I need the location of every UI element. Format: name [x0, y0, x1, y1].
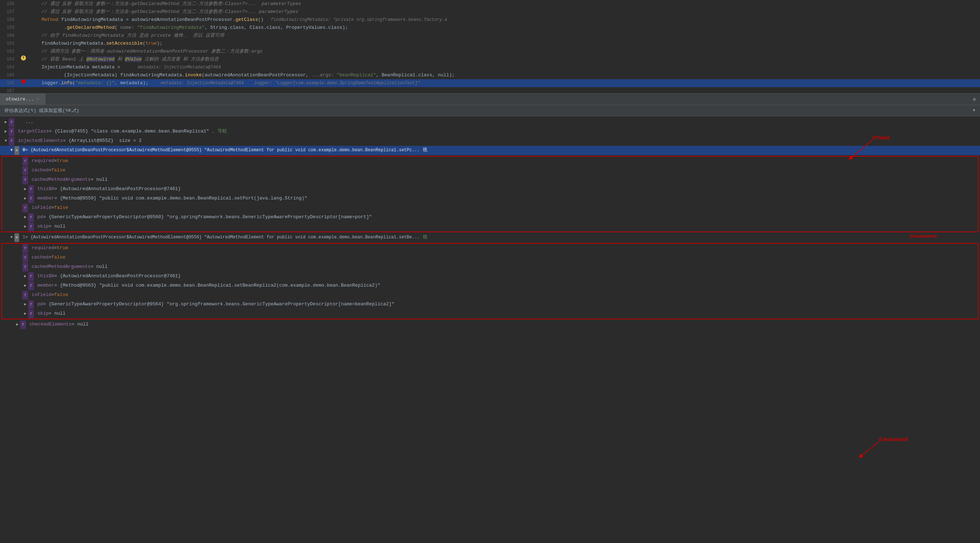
- debug-row-pd-1[interactable]: ▶ f pd = {GenericTypeAwarePropertyDescri…: [2, 213, 978, 222]
- debug-row-skip-2[interactable]: ▶ f skip = null: [2, 309, 978, 319]
- code-content-156: // 通过 反射 获取方法 参数一：方法名-getDeclaredMethod …: [29, 0, 980, 8]
- field-icon-required-2: f: [22, 244, 28, 253]
- field-value-required-1: =: [54, 157, 57, 165]
- gutter-163: !: [18, 56, 29, 60]
- debug-row-isField-2[interactable]: f isField = false: [2, 291, 978, 300]
- code-line-164: 164 InjectionMetadata metadata = metadat…: [0, 64, 980, 71]
- field-icon-isField-2: f: [22, 291, 28, 300]
- field-name-item1: 1: [22, 233, 25, 241]
- code-content-162: // 调用方法 参数一：调用者-autowiredAnnotationBeanP…: [29, 48, 980, 56]
- debug-row-skip-1[interactable]: ▶ f skip = null: [2, 222, 978, 232]
- field-name-cachedMethodArgs-1: cachedMethodArguments: [32, 176, 91, 184]
- field-bool-cached-1: false: [51, 166, 65, 174]
- expand-icon-skip-2: ▶: [22, 310, 28, 318]
- settings-icon[interactable]: ⚙: [969, 97, 980, 102]
- field-name-this0-1: this$0: [37, 185, 54, 193]
- code-editor: 156 // 通过 反射 获取方法 参数一：方法名-getDeclaredMet…: [0, 0, 980, 94]
- expand-icon-skip-1: ▶: [22, 222, 28, 230]
- field-icon-skip-1: f: [28, 222, 34, 231]
- expand-icon-targetClass: ▶: [3, 127, 9, 135]
- field-name-targetClass: targetClass: [18, 127, 49, 135]
- field-name-skip-2: skip: [37, 310, 49, 318]
- field-icon-cached-2: f: [22, 254, 28, 262]
- line-number-160: 160: [0, 32, 18, 40]
- line-number-157: 157: [0, 8, 18, 16]
- debug-row-cachedMethodArgs-1[interactable]: f cachedMethodArguments = null: [2, 175, 978, 185]
- debug-row-this0-2[interactable]: ▶ f this$0 = {AutowiredAnnotationBeanPos…: [2, 272, 978, 281]
- field-value-pd-1: = {GenericTypeAwarePropertyDescriptor@95…: [43, 213, 372, 221]
- debug-row-truncated[interactable]: ▶ f ...: [0, 118, 980, 127]
- expand-icon-pd-1: ▶: [22, 213, 28, 221]
- field-icon-isField-1: f: [22, 204, 28, 213]
- debug-row-injectedElements[interactable]: ▼ f injectedElements = {ArrayList@9552} …: [0, 137, 980, 146]
- debug-row-item0-header[interactable]: ▼ = 0 = {AutowiredAnnotationBeanPostProc…: [0, 146, 980, 155]
- code-line-159: 159 .getDeclaredMethod( name: "findAutow…: [0, 24, 980, 32]
- debug-add-icon[interactable]: +: [972, 107, 976, 114]
- field-name-item0: 0: [22, 146, 25, 154]
- code-line-161: 161 findAutowiringMetadata.setAccessible…: [0, 40, 980, 48]
- expand-icon-this0-2: ▶: [22, 272, 28, 280]
- debug-row-member-1[interactable]: ▶ f member = {Method@9559} "public void …: [2, 194, 978, 203]
- code-line-162: 162 // 调用方法 参数一：调用者-autowiredAnnotationB…: [0, 48, 980, 56]
- field-name-cached-1: cached: [32, 166, 49, 174]
- field-name-pd-2: pd: [37, 300, 43, 308]
- field-name-isField-2: isField: [32, 291, 51, 299]
- code-line-166: 166 logger.info("metadata: {}", metadata…: [0, 79, 980, 87]
- field-name-member-1: member: [37, 194, 54, 202]
- view-link-item0[interactable]: 视: [423, 146, 427, 154]
- field-name-cached-2: cached: [32, 254, 49, 261]
- expand-icon-pd-2: ▶: [22, 300, 28, 308]
- code-content-165: (InjectionMetadata) findAutowiringMetada…: [29, 71, 980, 79]
- line-number-158: 158: [0, 16, 18, 24]
- view-link-item1[interactable]: 视: [423, 233, 427, 241]
- field-name-required-2: required: [32, 244, 54, 252]
- field-name-checkedElements: checkedElements: [30, 321, 72, 329]
- field-icon-item1: =: [14, 233, 19, 242]
- group1-red-border: f required = true f cached = false f: [2, 156, 978, 232]
- line-number-164: 164: [0, 64, 18, 71]
- code-content-163: // 获取 Bean1 上 @Autowired 和 @Value 注解的 成员…: [29, 56, 980, 64]
- field-value-injectedElements: = {ArrayList@9552} size = 2: [63, 137, 142, 145]
- field-name-skip-1: skip: [37, 222, 49, 230]
- line-number-156: 156: [0, 0, 18, 8]
- line-number-163: 163: [0, 56, 18, 64]
- field-value-this0-1: = {AutowiredAnnotationBeanPostProcessor@…: [54, 185, 181, 193]
- debug-panel-container: 评估表达式(⌥) 或添加监视(⌥⌘⎇) + ▶ f ... ▶ f target…: [0, 105, 980, 543]
- debug-row-cached-2[interactable]: f cached = false: [2, 253, 978, 262]
- debug-row-checkedElements[interactable]: ▶ f checkedElements = null: [0, 320, 980, 329]
- debug-row-required-1[interactable]: f required = true: [2, 157, 978, 166]
- field-bool-required-2: true: [57, 244, 68, 252]
- expand-icon-truncated: ▶: [3, 118, 9, 126]
- debug-row-pd-2[interactable]: ▶ f pd = {GenericTypeAwarePropertyDescri…: [2, 300, 978, 309]
- debug-panel: 评估表达式(⌥) 或添加监视(⌥⌘⎇) + ▶ f ... ▶ f target…: [0, 105, 980, 543]
- truncated-text: ...: [15, 118, 33, 126]
- field-icon-item0: =: [14, 146, 19, 155]
- debug-row-targetClass[interactable]: ▶ f targetClass = {Class@7455} "class co…: [0, 127, 980, 137]
- field-value-cachedMethodArgs-2: = null: [91, 263, 108, 271]
- field-value-skip-2: = null: [49, 310, 65, 318]
- debug-row-this0-1[interactable]: ▶ f this$0 = {AutowiredAnnotationBeanPos…: [2, 185, 978, 194]
- field-bool-isField-2: false: [54, 291, 68, 299]
- field-icon-required-1: f: [22, 157, 28, 166]
- tab-autowire[interactable]: otowire... ×: [0, 94, 45, 105]
- debug-row-cached-1[interactable]: f cached = false: [2, 166, 978, 175]
- field-value-targetClass: = {Class@7455} "class com.example.demo.b…: [49, 127, 209, 135]
- field-value-isField-2: =: [51, 291, 54, 299]
- debug-row-isField-1[interactable]: f isField = false: [2, 203, 978, 213]
- field-icon-cached-1: f: [22, 166, 28, 175]
- debug-row-item1-header[interactable]: ▼ = 1 = {AutowiredAnnotationBeanPostProc…: [0, 233, 980, 242]
- expand-icon-item0: ▼: [9, 146, 14, 154]
- debug-row-cachedMethodArgs-2[interactable]: f cachedMethodArguments = null: [2, 262, 978, 272]
- line-number-166: 166: [0, 79, 18, 87]
- code-content-157: // 通过 反射 获取方法 参数一：方法名-getDeclaredMethod …: [29, 8, 980, 16]
- expand-icon-item1: ▼: [9, 233, 14, 241]
- debug-row-required-2[interactable]: f required = true: [2, 244, 978, 253]
- field-icon-skip-2: f: [28, 310, 34, 318]
- field-value-pd-2: = {GenericTypeAwarePropertyDescriptor@95…: [43, 300, 394, 308]
- nav-link-targetClass[interactable]: … 导航: [212, 127, 227, 135]
- tab-close-button[interactable]: ×: [37, 97, 39, 102]
- debug-header-title: 评估表达式(⌥) 或添加监视(⌥⌘⎇): [4, 107, 79, 114]
- debug-row-member-2[interactable]: ▶ f member = {Method@9563} "public void …: [2, 281, 978, 291]
- field-icon-cachedMethodArgs-1: f: [22, 176, 28, 184]
- field-name-isField-1: isField: [32, 204, 51, 212]
